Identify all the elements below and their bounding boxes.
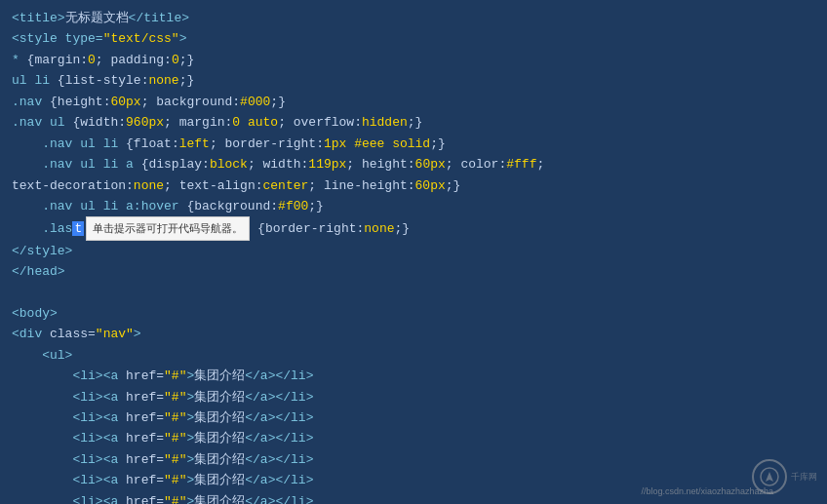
code-line-17: <ul> — [12, 345, 815, 366]
code-line-11: .last单击提示器可打开代码导航器。 {border-right:none;} — [12, 216, 815, 240]
highlighted-text[interactable]: t — [72, 221, 84, 236]
code-line-22: <li><a href="#">集团介绍</a></li> — [12, 449, 815, 470]
code-editor: <title>无标题文档</title> <style type="text/c… — [0, 0, 827, 504]
code-line-19: <li><a href="#">集团介绍</a></li> — [12, 387, 815, 407]
tooltip-container: 单击提示器可打开代码导航器。 — [84, 216, 250, 240]
url-watermark: //blog.csdn.net/xiaozhazhazhazha — [641, 486, 773, 496]
code-line-12: </style> — [12, 241, 815, 261]
tag-head-close: </head> — [12, 264, 65, 279]
code-line-20: <li><a href="#">集团介绍</a></li> — [12, 407, 815, 428]
watermark-label: 千库网 — [791, 471, 817, 484]
code-line-10: .nav ul li a:hover {background:#f00;} — [12, 196, 815, 216]
code-line-18: <li><a href="#">集团介绍</a></li> — [12, 366, 815, 386]
tag-style-close: </style> — [12, 244, 72, 258]
code-line-2: <style type="text/css"> — [12, 28, 815, 49]
tag-title-close: </title> — [129, 11, 189, 25]
tooltip-box: 单击提示器可打开代码导航器。 — [86, 216, 250, 240]
code-line-15: <body> — [12, 303, 815, 324]
code-line-1: <title>无标题文档</title> — [12, 8, 815, 28]
code-line-8: .nav ul li a {display:block; width:119px… — [12, 154, 815, 174]
code-line-16: <div class="nav"> — [12, 324, 815, 344]
code-line-5: .nav {height:60px; background:#000;} — [12, 92, 815, 112]
tag-body: <body> — [12, 306, 58, 321]
code-line-7: .nav ul li {float:left; border-right:1px… — [12, 134, 815, 154]
code-line-4: ul li {list-style:none;} — [12, 70, 815, 91]
tag-style: <style type= — [12, 31, 103, 46]
code-line-14 — [12, 282, 815, 302]
code-line-21: <li><a href="#">集团介绍</a></li> — [12, 428, 815, 448]
code-line-6: .nav ul {width:960px; margin:0 auto; ove… — [12, 112, 815, 133]
code-line-9: text-decoration:none; text-align:center;… — [12, 175, 815, 196]
code-line-13: </head> — [12, 261, 815, 282]
tag-div-open: <div — [12, 327, 50, 341]
watermark-svg — [759, 466, 780, 487]
code-line-3: * {margin:0; padding:0;} — [12, 50, 815, 70]
tag-title-open: <title> — [12, 11, 65, 25]
